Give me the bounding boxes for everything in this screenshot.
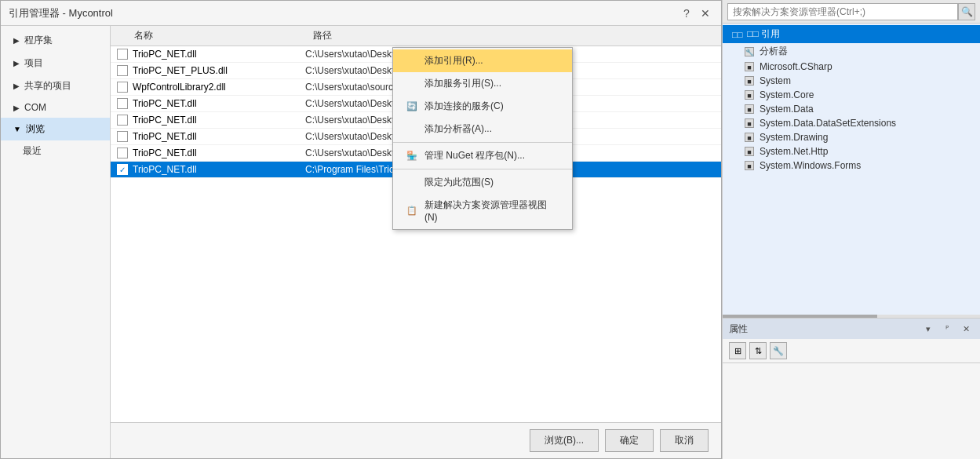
menu-item-scope[interactable]: 限定为此范围(S) xyxy=(393,171,572,194)
props-wrench-button[interactable]: 🔧 xyxy=(770,342,787,359)
tree-item-label: System.Core xyxy=(760,89,814,100)
tree-item-label: System.Drawing xyxy=(760,132,828,143)
props-float-button[interactable]: ᴾ xyxy=(939,321,955,337)
arrow-icon: ▶ xyxy=(13,82,20,90)
references-icon: □□ xyxy=(732,30,742,39)
reference-manager-dialog: 引用管理器 - Mycontrol ? ✕ ▶ 程序集 ▶ 项目 ▶ 共享的项目… xyxy=(0,0,722,459)
menu-item-manage-nuget[interactable]: 🏪 管理 NuGet 程序包(N)... xyxy=(393,144,572,167)
tree-item-label: 分析器 xyxy=(760,45,788,58)
arrow-icon: ▼ xyxy=(13,125,21,133)
file-path: C:\Users\xutao\source\r xyxy=(305,82,404,93)
col-header-path: 路径 xyxy=(313,29,580,42)
title-controls: ? ✕ xyxy=(679,5,713,21)
tree-item-label: System.Data.DataSetExtensions xyxy=(760,118,896,129)
sidebar-item-com[interactable]: ▶ COM xyxy=(1,97,110,118)
tree-item-label: □□ 引用 xyxy=(747,27,780,41)
menu-item-add-ref[interactable]: 添加引用(R)... xyxy=(393,49,572,72)
row-checkbox[interactable] xyxy=(117,148,128,158)
row-checkbox[interactable] xyxy=(117,82,128,93)
props-grid-button[interactable]: ⊞ xyxy=(729,342,746,359)
browse-button[interactable]: 浏览(B)... xyxy=(530,429,599,452)
props-close-button[interactable]: ✕ xyxy=(958,321,974,337)
search-input[interactable] xyxy=(727,3,958,20)
file-name: TrioPC_NET.dll xyxy=(133,148,305,158)
sidebar-item-project[interactable]: ▶ 项目 xyxy=(1,52,110,75)
ref-icon: ■ xyxy=(745,104,754,114)
menu-item-add-connected[interactable]: 🔄 添加连接的服务(C) xyxy=(393,95,572,118)
menu-item-label: 添加连接的服务(C) xyxy=(424,100,504,113)
close-button[interactable]: ✕ xyxy=(698,5,713,21)
file-path: C:\Users\xutao\Desktop xyxy=(305,115,405,126)
row-checkbox[interactable] xyxy=(117,115,128,126)
ok-button[interactable]: 确定 xyxy=(605,429,654,452)
tree-item-system-core[interactable]: ■ System.Core xyxy=(723,88,980,102)
tree-item-system-net-http[interactable]: ■ System.Net.Http xyxy=(723,144,980,158)
file-name: TrioPC_NET.dll xyxy=(133,131,305,142)
props-sort-button[interactable]: ⇅ xyxy=(749,342,767,359)
row-checkbox[interactable] xyxy=(117,131,128,142)
ref-icon: ■ xyxy=(745,62,754,71)
tree-item-references[interactable]: □□ □□ 引用 xyxy=(723,25,980,43)
menu-separator xyxy=(393,169,572,169)
search-button[interactable]: 🔍 xyxy=(958,3,975,20)
row-checkbox[interactable] xyxy=(117,49,128,60)
props-pin-button[interactable]: ▾ xyxy=(920,321,936,337)
tree-item-label: System.Net.Http xyxy=(760,146,828,157)
tree-item-analyzer[interactable]: 🔧 分析器 xyxy=(723,43,980,60)
file-name: TrioPC_NET_PLUS.dll xyxy=(133,65,305,76)
sidebar-item-assemblies[interactable]: ▶ 程序集 xyxy=(1,29,110,52)
file-path: C:\Users\xutao\Desktop xyxy=(305,131,405,142)
ref-icon: ■ xyxy=(745,76,754,86)
menu-item-label: 限定为此范围(S) xyxy=(424,176,494,189)
tree-item-system-data[interactable]: ■ System.Data xyxy=(723,102,980,116)
properties-title: 属性 xyxy=(729,322,748,336)
add-ref-icon xyxy=(406,55,418,67)
menu-item-label: 添加分析器(A)... xyxy=(424,122,492,136)
dialog-body: ▶ 程序集 ▶ 项目 ▶ 共享的项目 ▶ COM ▼ 浏览 最近 xyxy=(1,26,721,458)
sidebar-item-recent[interactable]: 最近 xyxy=(1,140,110,162)
sidebar-item-browse[interactable]: ▼ 浏览 xyxy=(1,118,110,140)
tree-item-system-drawing[interactable]: ■ System.Drawing xyxy=(723,130,980,144)
ref-icon: ■ xyxy=(745,161,754,170)
tree-item-system-data-dataset[interactable]: ■ System.Data.DataSetExtensions xyxy=(723,116,980,130)
row-checkbox[interactable]: ✓ xyxy=(117,164,128,175)
new-view-icon: 📋 xyxy=(406,205,418,217)
sidebar-item-label: 最近 xyxy=(23,145,42,156)
search-bar: 🔍 xyxy=(723,0,980,24)
props-header-controls: ▾ ᴾ ✕ xyxy=(920,321,974,337)
row-checkbox[interactable] xyxy=(117,98,128,109)
sidebar-item-shared-projects[interactable]: ▶ 共享的项目 xyxy=(1,75,110,97)
menu-item-label: 添加引用(R)... xyxy=(424,54,483,67)
tree-item-label: Microsoft.CSharp xyxy=(760,61,832,72)
props-toolbar: ⊞ ⇅ 🔧 xyxy=(723,339,980,363)
properties-panel: 属性 ▾ ᴾ ✕ ⊞ ⇅ 🔧 xyxy=(723,318,980,459)
help-button[interactable]: ? xyxy=(679,5,694,21)
tree-item-system[interactable]: ■ System xyxy=(723,74,980,88)
row-checkbox[interactable] xyxy=(117,65,128,76)
menu-item-label: 管理 NuGet 程序包(N)... xyxy=(424,149,525,162)
file-path: C:\Users\xutao\Desktop xyxy=(305,98,405,109)
arrow-icon: ▶ xyxy=(13,36,20,45)
sidebar-item-label: 共享的项目 xyxy=(24,79,71,93)
tree-item-microsoft-csharp[interactable]: ■ Microsoft.CSharp xyxy=(723,60,980,74)
ref-icon: ■ xyxy=(745,147,754,156)
ref-icon: ■ xyxy=(745,90,754,100)
tree-item-system-windows-forms[interactable]: ■ System.Windows.Forms xyxy=(723,158,980,173)
tree-item-label: System.Windows.Forms xyxy=(760,160,861,171)
file-name: WpfControlLibrary2.dll xyxy=(133,82,305,93)
sidebar-item-label: 浏览 xyxy=(26,122,45,136)
menu-separator xyxy=(393,142,572,143)
arrow-icon: ▶ xyxy=(13,59,20,67)
menu-item-add-service-ref[interactable]: 添加服务引用(S)... xyxy=(393,72,572,95)
col-header-name: 名称 xyxy=(117,29,313,42)
menu-item-add-analyzer[interactable]: 添加分析器(A)... xyxy=(393,118,572,140)
add-connected-icon: 🔄 xyxy=(406,100,418,113)
sidebar: ▶ 程序集 ▶ 项目 ▶ 共享的项目 ▶ COM ▼ 浏览 最近 xyxy=(1,26,111,458)
file-name: TrioPC_NET.dll xyxy=(133,49,305,60)
dialog-title: 引用管理器 - Mycontrol xyxy=(9,6,113,20)
menu-item-new-solution-view[interactable]: 📋 新建解决方案资源管理器视图(N) xyxy=(393,194,572,228)
file-path: C:\Users\xutao\Desktop xyxy=(305,65,405,76)
menu-item-label: 新建解决方案资源管理器视图(N) xyxy=(424,199,559,223)
tree-item-label: System.Data xyxy=(760,104,814,115)
cancel-button[interactable]: 取消 xyxy=(660,429,709,452)
